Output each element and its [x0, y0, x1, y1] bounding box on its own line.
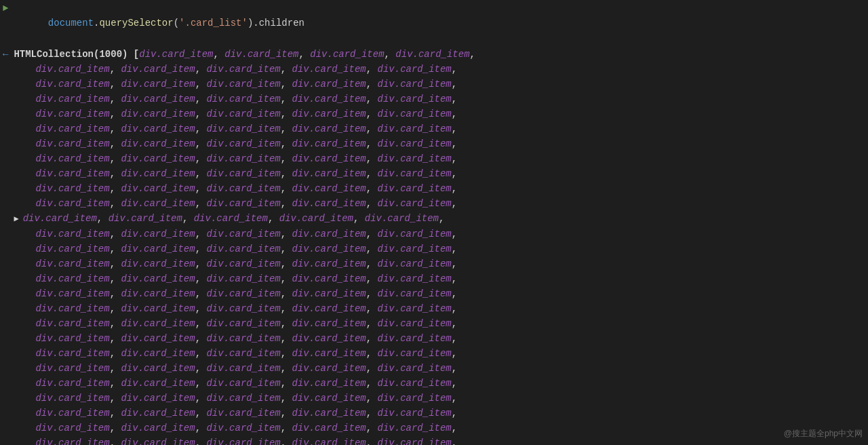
card-item[interactable]: div.card_item	[35, 286, 109, 301]
card-item[interactable]: div.card_item	[292, 62, 366, 77]
card-item[interactable]: div.card_item	[206, 331, 280, 346]
card-item[interactable]: div.card_item	[35, 181, 109, 196]
card-item[interactable]: div.card_item	[121, 271, 195, 286]
card-item[interactable]: div.card_item	[121, 166, 195, 181]
card-item[interactable]: div.card_item	[35, 421, 109, 436]
card-item[interactable]: div.card_item	[378, 376, 452, 391]
card-item[interactable]: div.card_item	[206, 241, 280, 256]
card-item[interactable]: div.card_item	[35, 166, 109, 181]
card-item[interactable]: div.card_item	[292, 406, 366, 421]
card-item[interactable]: div.card_item	[292, 391, 366, 406]
card-item[interactable]: div.card_item	[35, 77, 109, 92]
card-item[interactable]: div.card_item	[292, 331, 366, 346]
card-item[interactable]: div.card_item	[121, 346, 195, 361]
card-item[interactable]: div.card_item	[206, 181, 280, 196]
card-item[interactable]: div.card_item	[121, 107, 195, 121]
card-item[interactable]: div.card_item	[292, 196, 366, 211]
card-item[interactable]: div.card_item	[121, 376, 195, 391]
card-item[interactable]: div.card_item	[206, 107, 280, 121]
card-item[interactable]: div.card_item	[292, 227, 366, 241]
card-item[interactable]: div.card_item	[292, 136, 366, 151]
card-item[interactable]: div.card_item	[206, 62, 280, 77]
card-item[interactable]: div.card_item	[292, 151, 366, 166]
card-item[interactable]: div.card_item	[206, 151, 280, 166]
card-item[interactable]: div.card_item	[194, 211, 268, 226]
card-item[interactable]: div.card_item	[35, 256, 109, 271]
card-item[interactable]: div.card_item	[35, 107, 109, 121]
card-item[interactable]: div.card_item	[121, 181, 195, 196]
card-item[interactable]: div.card_item	[121, 436, 195, 445]
card-item[interactable]: div.card_item	[378, 301, 452, 316]
card-item[interactable]: div.card_item	[121, 331, 195, 346]
card-item[interactable]: div.card_item	[121, 227, 195, 241]
card-item[interactable]: div.card_item	[378, 421, 452, 436]
card-item[interactable]: div.card_item	[292, 346, 366, 361]
card-item[interactable]: div.card_item	[23, 211, 97, 226]
card-item-1[interactable]: div.card_item	[139, 47, 213, 62]
card-item[interactable]: div.card_item	[35, 271, 109, 286]
card-item-3[interactable]: div.card_item	[310, 47, 384, 62]
card-item[interactable]: div.card_item	[378, 181, 452, 196]
card-item[interactable]: div.card_item	[206, 227, 280, 241]
card-item[interactable]: div.card_item	[35, 361, 109, 376]
card-item[interactable]: div.card_item	[121, 316, 195, 331]
card-item[interactable]: div.card_item	[292, 92, 366, 107]
card-item[interactable]: div.card_item	[378, 406, 452, 421]
card-item[interactable]: div.card_item	[292, 271, 366, 286]
card-item[interactable]: div.card_item	[378, 92, 452, 107]
card-item[interactable]: div.card_item	[35, 151, 109, 166]
expand-triangle[interactable]: ▶	[14, 212, 18, 227]
card-item[interactable]: div.card_item	[378, 166, 452, 181]
card-item[interactable]: div.card_item	[378, 227, 452, 241]
card-item[interactable]: div.card_item	[121, 421, 195, 436]
card-item[interactable]: div.card_item	[378, 136, 452, 151]
card-item[interactable]: div.card_item	[206, 77, 280, 92]
card-item[interactable]: div.card_item	[206, 376, 280, 391]
card-item[interactable]: div.card_item	[35, 301, 109, 316]
card-item[interactable]: div.card_item	[206, 421, 280, 436]
card-item[interactable]: div.card_item	[378, 107, 452, 121]
card-item[interactable]: div.card_item	[121, 151, 195, 166]
card-item[interactable]: div.card_item	[35, 376, 109, 391]
card-item[interactable]: div.card_item	[121, 121, 195, 136]
card-item[interactable]: div.card_item	[121, 361, 195, 376]
card-item[interactable]: div.card_item	[35, 136, 109, 151]
card-item[interactable]: div.card_item	[206, 121, 280, 136]
card-item[interactable]: div.card_item	[35, 121, 109, 136]
card-item[interactable]: div.card_item	[206, 92, 280, 107]
card-item[interactable]: div.card_item	[121, 256, 195, 271]
card-item[interactable]: div.card_item	[378, 241, 452, 256]
card-item[interactable]: div.card_item	[378, 271, 452, 286]
card-item[interactable]: div.card_item	[108, 211, 182, 226]
card-item[interactable]: div.card_item	[292, 181, 366, 196]
card-item[interactable]: div.card_item	[121, 196, 195, 211]
card-item[interactable]: div.card_item	[121, 286, 195, 301]
card-item[interactable]: div.card_item	[378, 62, 452, 77]
card-item[interactable]: div.card_item	[292, 376, 366, 391]
card-item[interactable]: div.card_item	[378, 316, 452, 331]
card-item-4[interactable]: div.card_item	[395, 47, 469, 62]
card-item[interactable]: div.card_item	[121, 136, 195, 151]
card-item[interactable]: div.card_item	[35, 406, 109, 421]
card-item[interactable]: div.card_item	[206, 256, 280, 271]
card-item[interactable]: div.card_item	[292, 107, 366, 121]
card-item[interactable]: div.card_item	[206, 166, 280, 181]
card-item[interactable]: div.card_item	[279, 211, 353, 226]
card-item[interactable]: div.card_item	[378, 77, 452, 92]
card-item[interactable]: div.card_item	[378, 151, 452, 166]
card-item[interactable]: div.card_item	[35, 227, 109, 241]
card-item[interactable]: div.card_item	[206, 361, 280, 376]
card-item[interactable]: div.card_item	[292, 361, 366, 376]
card-item[interactable]: div.card_item	[292, 316, 366, 331]
card-item[interactable]: div.card_item	[378, 391, 452, 406]
card-item[interactable]: div.card_item	[378, 121, 452, 136]
card-item[interactable]: div.card_item	[378, 196, 452, 211]
card-item[interactable]: div.card_item	[35, 92, 109, 107]
card-item[interactable]: div.card_item	[121, 62, 195, 77]
card-item[interactable]: div.card_item	[292, 77, 366, 92]
card-item[interactable]: div.card_item	[121, 92, 195, 107]
card-item[interactable]: div.card_item	[292, 241, 366, 256]
card-item[interactable]: div.card_item	[35, 346, 109, 361]
card-item[interactable]: div.card_item	[35, 241, 109, 256]
card-item[interactable]: div.card_item	[292, 436, 366, 445]
